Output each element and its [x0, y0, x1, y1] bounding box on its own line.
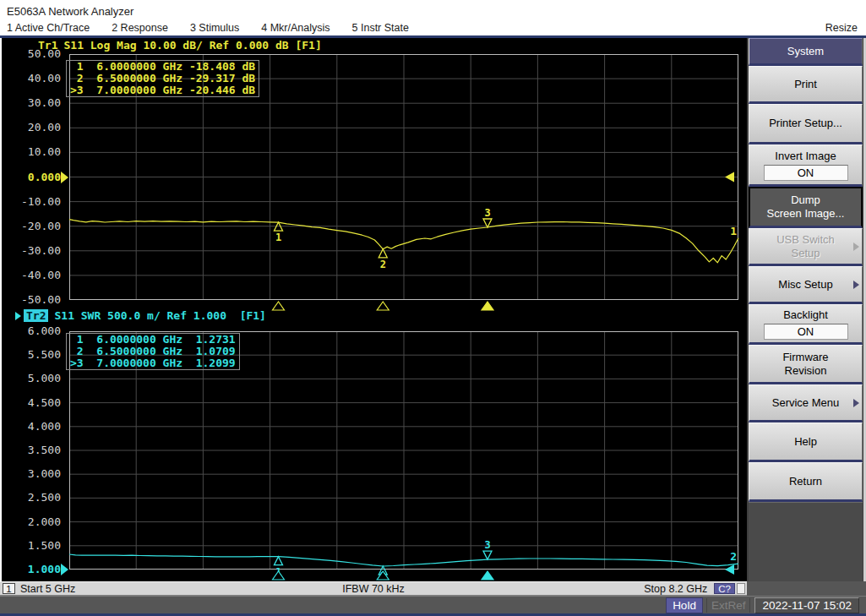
softkey-service-menu[interactable]: Service Menu — [749, 384, 863, 422]
softkey-label: Printer Setup... — [769, 117, 842, 130]
tr1-marker-3-axis-indicator-icon — [482, 302, 493, 310]
softkey-invert-image[interactable]: Invert ImageON — [749, 144, 863, 187]
softkey-label: Firmware Revision — [782, 351, 828, 378]
submenu-arrow-icon — [853, 399, 859, 407]
tr1-marker-1-axis-indicator-icon — [273, 302, 285, 310]
tr1-ytick: 10.00 — [2, 145, 61, 159]
softkey-help[interactable]: Help — [749, 422, 863, 462]
tr2-ytick: 4.500 — [2, 396, 61, 410]
tr1-settings: S11 Log Mag 10.00 dB/ Ref 0.000 dB [F1] — [63, 39, 321, 52]
softkey-label: Service Menu — [772, 396, 839, 410]
tr2-marker-1-axis-indicator-icon — [273, 571, 285, 580]
tr1-ytick: -50.00 — [2, 293, 61, 307]
window-title: E5063A Network Analyzer — [0, 0, 866, 20]
softkey-value: ON — [764, 165, 848, 181]
status-indicator-box — [737, 583, 745, 594]
tr1-ytick: -30.00 — [2, 244, 61, 258]
stop-frequency-label: Stop 8.2 GHz — [644, 583, 707, 595]
menu-bar: 1 Active Ch/Trace2 Response3 Stimulus4 M… — [0, 20, 866, 35]
tr2-ytick: 1.500 — [2, 539, 61, 553]
tr2-ytick: 2.000 — [2, 515, 61, 529]
softkey-label: Backlight — [783, 308, 828, 322]
tr2-marker-row: 1 6.0000000 GHz 1.2731 — [70, 334, 236, 346]
start-frequency-label: Start 5 GHz — [20, 583, 75, 595]
menu-item-5[interactable]: 5 Instr State — [352, 22, 409, 34]
tr1-marker-2-axis-indicator-icon — [377, 302, 389, 310]
tr2-ytick: 4.000 — [2, 420, 61, 433]
svg-text:2: 2 — [380, 259, 386, 270]
resize-button[interactable]: Resize — [825, 22, 866, 34]
tr1-ref-level-arrow-icon — [61, 172, 68, 183]
tr2-header[interactable]: Tr2S11 SWR 500.0 m/ Ref 1.000 [F1] — [15, 309, 266, 322]
tr2-trace-number-label: 2 — [730, 550, 737, 563]
active-trace-arrow-icon — [15, 312, 21, 320]
correction-status-badge: C? — [714, 583, 735, 594]
softkey-print[interactable]: Print — [749, 66, 863, 104]
tr2-ref-level-arrow-icon — [61, 564, 68, 575]
status-bar: 1 Start 5 GHz IFBW 70 kHz Stop 8.2 GHz C… — [0, 581, 747, 596]
tr2-ytick: 2.500 — [2, 491, 61, 504]
tr2-marker-2-axis-indicator-icon — [377, 571, 389, 580]
svg-text:3: 3 — [484, 539, 490, 551]
menu-items: 1 Active Ch/Trace2 Response3 Stimulus4 M… — [0, 22, 409, 34]
softkey-backlight[interactable]: BacklightON — [749, 304, 863, 345]
softkey-menu-title: System — [749, 38, 863, 66]
tr1-ytick: 50.00 — [2, 47, 61, 61]
menu-item-2[interactable]: 2 Response — [112, 22, 168, 34]
trigger-hold-badge: Hold — [666, 597, 703, 613]
softkey-label: Help — [794, 435, 817, 449]
tr2-ytick: 1.000 — [2, 563, 61, 576]
softkey-dump-screen-image[interactable]: Dump Screen Image... — [749, 187, 863, 228]
extref-indicator: ExtRef — [706, 598, 751, 613]
instrument-screen: Tr1S11 Log Mag 10.00 dB/ Ref 0.000 dB [F… — [2, 38, 747, 581]
softkey-label: USB Switch Setup — [776, 233, 835, 260]
menu-item-4[interactable]: 4 Mkr/Analysis — [261, 22, 330, 34]
tr2-marker-3-axis-indicator-icon — [482, 571, 493, 580]
softkey-sidebar: SystemPrintPrinter Setup...Invert ImageO… — [747, 38, 866, 581]
softkey-misc-setup[interactable]: Misc Setup — [749, 266, 863, 304]
tr1-ytick: -20.00 — [2, 220, 61, 233]
ifbw-label: IFBW 70 kHz — [342, 583, 405, 595]
softkey-value: ON — [764, 324, 848, 340]
menu-item-3[interactable]: 3 Stimulus — [190, 22, 239, 34]
sidebar-filler — [749, 502, 863, 581]
tr1-trace-number-label: 1 — [730, 225, 737, 237]
tr1-marker-table: 1 6.0000000 GHz -18.408 dB 2 6.5000000 G… — [66, 60, 259, 97]
status-left: 1 Start 5 GHz — [0, 583, 342, 595]
svg-text:3: 3 — [484, 207, 490, 219]
tr1-ytick: 40.00 — [2, 72, 61, 85]
softkey-firmware-revision[interactable]: Firmware Revision — [749, 345, 863, 384]
tr2-marker-row: 2 6.5000000 GHz 1.0709 — [70, 346, 236, 357]
tr2-ytick: 6.000 — [2, 324, 61, 338]
tr2-name: Tr2 — [24, 309, 48, 322]
tr1-header[interactable]: Tr1S11 Log Mag 10.00 dB/ Ref 0.000 dB [F… — [38, 39, 322, 52]
tr1-ytick: -10.00 — [2, 195, 61, 209]
status-row: 1 Start 5 GHz IFBW 70 kHz Stop 8.2 GHz C… — [0, 581, 866, 596]
submenu-arrow-icon — [853, 281, 859, 289]
tr1-ytick: -40.00 — [2, 269, 61, 282]
tr1-ytick: 0.000 — [2, 171, 61, 184]
softkey-printer-setup[interactable]: Printer Setup... — [749, 104, 863, 144]
menu-item-1[interactable]: 1 Active Ch/Trace — [7, 22, 90, 34]
softkey-label: Invert Image — [775, 150, 836, 163]
tr2-settings: S11 SWR 500.0 m/ Ref 1.000 [F1] — [54, 309, 265, 322]
softkey-label: Print — [794, 78, 817, 91]
tr2-ytick: 3.000 — [2, 467, 61, 481]
app-window: E5063A Network Analyzer 1 Active Ch/Trac… — [0, 0, 866, 616]
tr1-ytick: 30.00 — [2, 96, 61, 110]
tr1-marker-row: 1 6.0000000 GHz -18.408 dB — [70, 61, 255, 73]
tr2-ytick: 5.000 — [2, 372, 61, 385]
status-right: Stop 8.2 GHz C? — [405, 583, 747, 595]
bottom-bar: Hold ExtRef 2022-11-07 15:02 — [0, 596, 866, 613]
tr2-ytick: 3.500 — [2, 444, 61, 457]
softkey-label: Dump Screen Image... — [767, 194, 845, 221]
datetime-display: 2022-11-07 15:02 — [754, 597, 859, 613]
softkey-return[interactable]: Return — [749, 462, 863, 502]
tr2-marker-table: 1 6.0000000 GHz 1.2731 2 6.5000000 GHz 1… — [66, 333, 240, 370]
submenu-arrow-icon — [853, 243, 859, 251]
tr2-ytick: 5.500 — [2, 348, 61, 362]
svg-text:1: 1 — [275, 232, 281, 243]
tr1-marker-row: 2 6.5000000 GHz -29.317 dB — [70, 73, 255, 84]
channel-number-badge: 1 — [3, 583, 15, 594]
tr2-marker-row: >3 7.0000000 GHz 1.2099 — [70, 357, 236, 369]
